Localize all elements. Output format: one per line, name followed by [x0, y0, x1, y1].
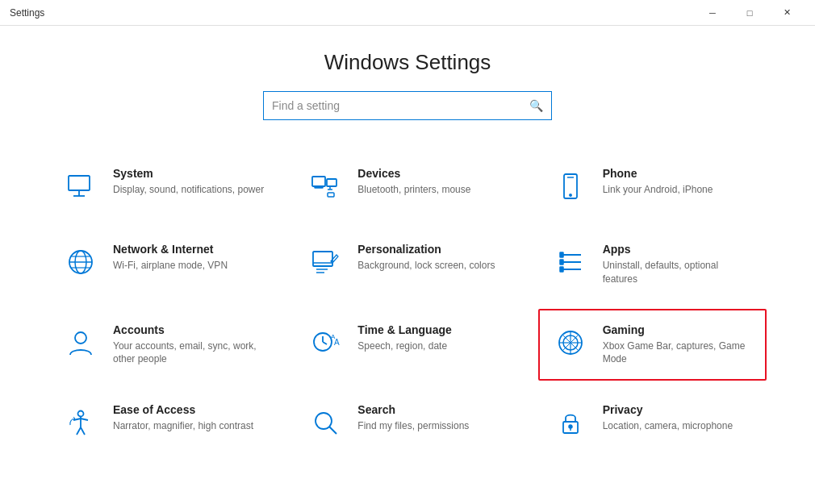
time-icon: A A: [306, 323, 345, 362]
ease-desc: Narrator, magnifier, high contrast: [113, 419, 253, 433]
setting-search[interactable]: Search Find my files, permissions: [293, 389, 521, 456]
apps-desc: Uninstall, defaults, optional features: [603, 259, 754, 286]
accounts-name: Accounts: [113, 323, 264, 336]
devices-name: Devices: [357, 167, 470, 180]
svg-rect-17: [313, 252, 332, 266]
privacy-icon: [551, 403, 590, 442]
svg-rect-26: [560, 267, 563, 272]
time-name: Time & Language: [357, 323, 451, 336]
setting-phone[interactable]: Phone Link your Android, iPhone: [538, 152, 767, 220]
network-name: Network & Internet: [113, 243, 228, 256]
accounts-icon: [61, 323, 100, 362]
search-box[interactable]: 🔍: [263, 91, 552, 120]
setting-personalization[interactable]: Personalization Background, lock screen,…: [293, 228, 521, 301]
main-content: Windows Settings 🔍 System Display, sound…: [0, 26, 815, 504]
search-setting-desc: Find my files, permissions: [357, 419, 469, 433]
svg-point-10: [569, 194, 570, 196]
system-icon: [61, 167, 100, 206]
svg-rect-25: [560, 260, 563, 264]
personalization-desc: Background, lock screen, colors: [357, 259, 495, 273]
ease-name: Ease of Access: [113, 403, 253, 416]
svg-line-30: [323, 342, 327, 344]
devices-icon: [306, 167, 345, 206]
svg-rect-3: [312, 177, 325, 186]
personalization-icon: [306, 243, 345, 281]
setting-network[interactable]: Network & Internet Wi-Fi, airplane mode,…: [48, 228, 277, 301]
titlebar: Settings ─ □ ✕: [0, 0, 815, 26]
setting-time[interactable]: A A Time & Language Speech, region, date: [293, 309, 521, 381]
svg-point-41: [569, 425, 572, 428]
search-container: 🔍: [48, 91, 767, 120]
gaming-icon: [551, 323, 590, 362]
phone-name: Phone: [603, 167, 713, 180]
svg-rect-8: [328, 193, 334, 197]
ease-icon: [61, 403, 100, 442]
system-desc: Display, sound, notifications, power: [113, 183, 264, 197]
svg-rect-5: [327, 179, 336, 186]
network-desc: Wi-Fi, airplane mode, VPN: [113, 259, 228, 273]
setting-gaming[interactable]: Gaming Xbox Game Bar, captures, Game Mod…: [538, 309, 767, 381]
setting-apps[interactable]: Apps Uninstall, defaults, optional featu…: [538, 228, 767, 301]
apps-name: Apps: [603, 243, 754, 256]
app-title: Settings: [10, 7, 44, 19]
minimize-button[interactable]: ─: [694, 0, 731, 26]
search-icon: 🔍: [529, 99, 543, 112]
close-button[interactable]: ✕: [768, 0, 805, 26]
gaming-name: Gaming: [603, 323, 754, 336]
accounts-desc: Your accounts, email, sync, work, other …: [113, 339, 264, 367]
maximize-button[interactable]: □: [731, 0, 768, 26]
setting-system[interactable]: System Display, sound, notifications, po…: [48, 152, 277, 220]
setting-accounts[interactable]: Accounts Your accounts, email, sync, wor…: [48, 309, 277, 381]
search-input[interactable]: [272, 99, 529, 112]
setting-privacy[interactable]: Privacy Location, camera, microphone: [538, 389, 767, 456]
time-desc: Speech, region, date: [357, 339, 451, 353]
svg-rect-24: [560, 252, 563, 257]
svg-rect-0: [69, 176, 90, 190]
privacy-name: Privacy: [603, 403, 733, 416]
personalization-name: Personalization: [357, 243, 495, 256]
phone-icon: [551, 167, 590, 206]
network-icon: [61, 243, 100, 281]
page-title: Windows Settings: [48, 50, 767, 75]
devices-desc: Bluetooth, printers, mouse: [357, 183, 470, 197]
svg-rect-4: [315, 186, 323, 188]
window-controls: ─ □ ✕: [694, 0, 805, 26]
setting-ease[interactable]: Ease of Access Narrator, magnifier, high…: [48, 389, 277, 456]
settings-grid: System Display, sound, notifications, po…: [48, 152, 767, 481]
setting-devices[interactable]: Devices Bluetooth, printers, mouse: [293, 152, 521, 220]
apps-icon: [551, 243, 590, 281]
privacy-desc: Location, camera, microphone: [603, 419, 733, 433]
svg-line-39: [329, 427, 336, 434]
svg-point-37: [78, 411, 84, 417]
search-setting-icon: [306, 403, 345, 442]
svg-point-27: [75, 332, 86, 344]
gaming-desc: Xbox Game Bar, captures, Game Mode: [603, 339, 754, 367]
system-name: System: [113, 167, 264, 180]
svg-text:A: A: [334, 338, 340, 347]
phone-desc: Link your Android, iPhone: [603, 183, 713, 197]
search-setting-name: Search: [357, 403, 469, 416]
